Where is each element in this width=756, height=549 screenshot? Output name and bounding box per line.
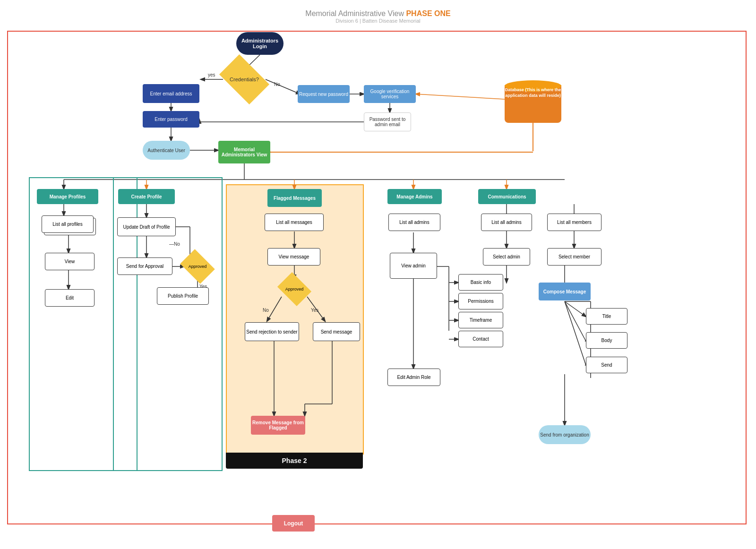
basic-info-node: Basic info xyxy=(458,274,503,291)
send-field-label: Send xyxy=(601,362,612,368)
edit-label: Edit xyxy=(66,295,74,300)
manage-admins-header: Manage Admins xyxy=(387,189,442,204)
credentials-text: Credentials? xyxy=(230,77,259,82)
send-message-label: Send message xyxy=(321,329,352,335)
create-profile-header: Create Profile xyxy=(118,189,175,204)
update-draft-label: Update Draft of Profile xyxy=(123,224,170,230)
select-member-node: Select member xyxy=(547,248,601,266)
contact-label: Contact xyxy=(472,336,489,342)
google-verification-node: Google verification services xyxy=(364,85,416,103)
body-field-node: Body xyxy=(586,332,627,349)
password-sent-node: Password sent to admin email xyxy=(364,112,411,131)
compose-message-node: Compose Message xyxy=(539,283,591,300)
authenticate-user-node: Authenticate User xyxy=(143,141,190,160)
view-admin-label: View admin xyxy=(401,263,426,268)
request-password-label: Request new password xyxy=(299,92,348,97)
send-field-node: Send xyxy=(586,357,627,373)
list-all-members-node: List all members xyxy=(547,214,601,231)
send-rejection-node: Send rejection to sender xyxy=(245,322,299,341)
timeframe-node: Timeframe xyxy=(458,312,503,328)
subtitle-text: Division 6 | Batten Disease Memorial xyxy=(305,18,450,24)
authenticate-label: Authenticate User xyxy=(147,148,185,153)
compose-message-label: Compose Message xyxy=(543,289,586,294)
select-admin-label: Select admin xyxy=(493,254,520,259)
db-label: Database (This is where the application … xyxy=(505,87,561,98)
list-all-admins-1-label: List all admins xyxy=(399,220,429,225)
admin-login-node: Administrators Login xyxy=(236,32,284,55)
flagged-messages-label: Flagged Messages xyxy=(274,196,316,201)
admin-login-label: Administrators Login xyxy=(236,38,284,49)
view-node: View xyxy=(45,253,94,270)
send-for-approval-node: Send for Approval xyxy=(117,257,172,275)
view-label: View xyxy=(65,259,75,264)
send-for-approval-label: Send for Approval xyxy=(126,264,164,269)
view-message-node: View message xyxy=(267,248,320,266)
diagram-container: Memorial Administrative View PHASE ONE D… xyxy=(0,0,756,549)
enter-password-node: Enter password xyxy=(143,111,199,128)
list-all-profiles-label: List all profiles xyxy=(52,222,82,227)
list-all-admins-2-node: List all admins xyxy=(481,214,532,231)
list-all-admins-1-node: List all admins xyxy=(388,214,440,231)
select-member-label: Select member xyxy=(558,254,590,259)
database-node: Database (This is where the application … xyxy=(505,76,561,123)
list-all-messages-node: List all messages xyxy=(265,214,324,231)
update-draft-node: Update Draft of Profile xyxy=(117,217,176,236)
phase2-label: Phase 2 xyxy=(282,457,307,464)
create-profile-label: Create Profile xyxy=(131,194,162,199)
edit-admin-role-label: Edit Admin Role xyxy=(397,375,430,380)
approved-label-2: Approved xyxy=(281,279,308,300)
google-verification-label: Google verification services xyxy=(364,89,416,99)
basic-info-label: Basic info xyxy=(471,280,491,285)
view-admin-node: View admin xyxy=(390,253,437,279)
view-message-label: View message xyxy=(279,254,309,259)
list-all-admins-2-label: List all admins xyxy=(491,220,521,225)
logout-label: Logout xyxy=(284,520,303,527)
remove-from-flagged-node: Remove Message from Flagged xyxy=(251,416,305,435)
communications-label: Communications xyxy=(488,194,526,199)
phase-text: PHASE ONE xyxy=(406,9,450,17)
edit-admin-role-node: Edit Admin Role xyxy=(387,369,440,386)
page-title: Memorial Administrative View PHASE ONE D… xyxy=(305,9,450,24)
remove-from-flagged-label: Remove Message from Flagged xyxy=(251,420,305,430)
send-rejection-label: Send rejection to sender xyxy=(246,329,297,335)
publish-profile-node: Publish Profile xyxy=(157,287,209,305)
credentials-label: Credentials? xyxy=(223,65,266,94)
list-all-messages-label: List all messages xyxy=(276,220,312,225)
password-sent-label: Password sent to admin email xyxy=(364,117,411,127)
permissions-label: Permissions xyxy=(468,299,493,304)
contact-node: Contact xyxy=(458,331,503,347)
enter-email-label: Enter email address xyxy=(150,91,192,96)
communications-header: Communications xyxy=(478,189,536,204)
title-field-node: Title xyxy=(586,308,627,325)
publish-profile-label: Publish Profile xyxy=(168,293,198,299)
outer-border xyxy=(7,31,747,524)
flagged-messages-header: Flagged Messages xyxy=(267,189,322,207)
memorial-admin-view-node: Memorial Administrators View xyxy=(218,141,270,163)
enter-email-node: Enter email address xyxy=(143,84,199,103)
approved-label-1: Approved xyxy=(183,256,212,277)
body-field-label: Body xyxy=(601,338,612,343)
send-from-org-label: Send from organization xyxy=(540,432,589,437)
list-all-members-label: List all members xyxy=(557,220,592,225)
permissions-node: Permissions xyxy=(458,293,503,309)
send-message-node: Send message xyxy=(313,322,360,341)
logout-button[interactable]: Logout xyxy=(272,515,315,532)
list-all-profiles-node: List all profiles xyxy=(42,215,94,233)
edit-node: Edit xyxy=(45,289,94,307)
title-field-label: Title xyxy=(602,314,611,319)
memorial-admin-label: Memorial Administrators View xyxy=(218,147,270,157)
enter-password-label: Enter password xyxy=(155,117,187,122)
phase2-label-bar: Phase 2 xyxy=(226,453,363,469)
manage-profiles-header: Manage Profiles xyxy=(37,189,98,204)
send-from-org-node: Send from organization xyxy=(539,425,591,444)
timeframe-label: Timeframe xyxy=(470,317,492,323)
manage-profiles-label: Manage Profiles xyxy=(50,194,86,199)
select-admin-node: Select admin xyxy=(483,248,530,266)
title-text: Memorial Administrative View xyxy=(305,9,404,17)
manage-admins-label: Manage Admins xyxy=(396,194,432,199)
request-new-password-node: Request new password xyxy=(298,85,350,103)
